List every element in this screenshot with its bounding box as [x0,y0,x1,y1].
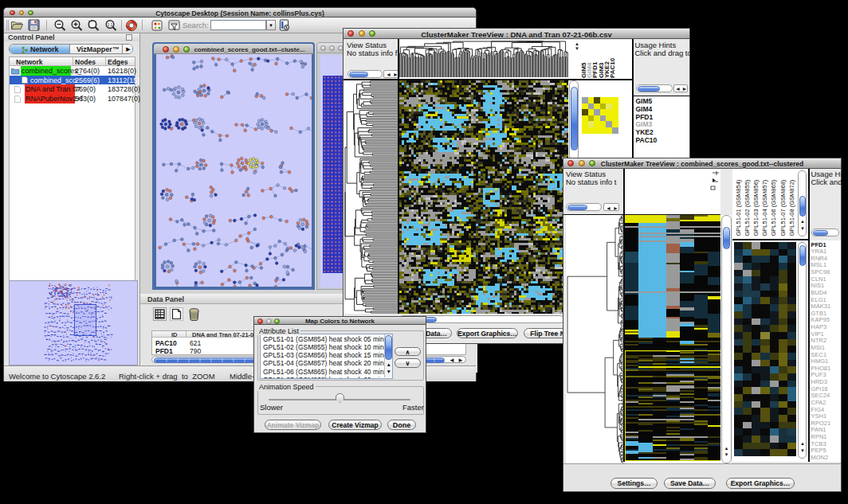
svg-text:1:1: 1:1 [108,22,113,27]
